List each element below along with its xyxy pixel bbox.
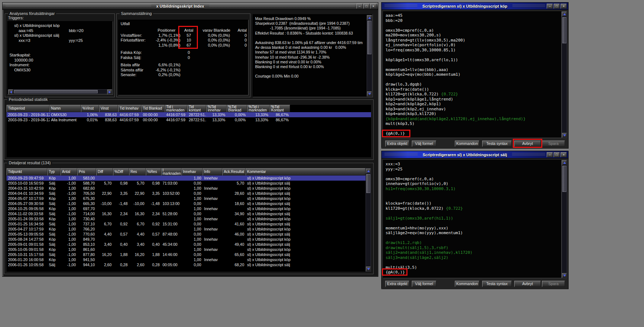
minimize-button[interactable]: –	[547, 152, 553, 157]
scroll-left-button[interactable]	[8, 90, 13, 94]
table-row[interactable]: 2005-08-24 14:27:58Köp1,00849,701,00Inne…	[7, 237, 366, 242]
kommandon-button[interactable]: Kommandon	[455, 281, 479, 287]
minimize-button[interactable]: –	[356, 4, 363, 9]
column-header[interactable]: %Tid innehav	[206, 105, 227, 112]
column-header[interactable]: Vinst	[99, 105, 118, 112]
column-header[interactable]: %Vinst	[81, 105, 99, 112]
scrollbar-track[interactable]	[367, 20, 372, 91]
table-row[interactable]: 2003-09-23 09:47:59Köp1,00583,001,00Inne…	[7, 176, 366, 181]
testa-syntax-button[interactable]: Testa syntax	[482, 281, 512, 287]
table-cell: 1,00	[61, 186, 77, 190]
editor-kop-titlebar[interactable]: Scriptredigeraren sl) x Utbildningsscrip…	[382, 3, 568, 10]
scrollbar-thumb[interactable]	[14, 90, 98, 93]
column-header[interactable]: Tidpunkt	[7, 168, 47, 176]
column-header[interactable]: Tidsperiod	[7, 105, 50, 112]
code-area-salj[interactable]: xxx:=3yyy:=25 omxs30=cmpref(c,0,a)inneha…	[383, 160, 562, 278]
kommandon-button[interactable]: Kommandon	[455, 141, 479, 147]
scroll-down-button[interactable]	[562, 273, 567, 278]
detail-vscrollbar[interactable]	[366, 168, 371, 272]
table-row[interactable]: 2005-09-01 09:01:58Sälj-1,00853,103,400,…	[7, 242, 366, 247]
table-row[interactable]: 2003-09-23 - 2019-06-12Alla Instrument0,…	[7, 117, 371, 122]
table-row[interactable]: 2005-01-25 16:34:58Sälj-1,00737,106,700,…	[7, 221, 366, 226]
avbryt-button[interactable]: Avbryt	[514, 141, 541, 147]
column-header[interactable]: Tid i marknaden	[165, 105, 187, 112]
scroll-down-button[interactable]	[562, 133, 567, 138]
table-row[interactable]: 2004-04-01 10:34:59Sälj-1,00705,5022,903…	[7, 191, 366, 196]
table-cell: 00:05:00	[161, 263, 182, 267]
table-row[interactable]: 2004-05-27 09:30:58Sälj-1,00665,30-10,00…	[7, 201, 366, 206]
table-row[interactable]: 2005-05-13 09:05:58Sälj-1,00770,604,400,…	[7, 232, 366, 237]
main-titlebar[interactable]: x Utbildningsskript Index –□×	[3, 3, 378, 10]
column-header[interactable]: %Res	[146, 168, 161, 176]
column-header[interactable]: %Tid Kontant	[270, 105, 290, 112]
column-header[interactable]: Innehav	[182, 168, 203, 176]
scrollbar-track[interactable]	[562, 165, 567, 273]
close-button[interactable]: ×	[370, 4, 376, 9]
maximize-button[interactable]: □	[554, 152, 560, 157]
info-vscrollbar[interactable]	[367, 15, 372, 96]
scroll-right-button[interactable]	[107, 90, 112, 94]
column-header[interactable]: Kommentar	[246, 168, 366, 176]
table-row[interactable]: 2005-01-24 09:33:58Köp1,00730,401,00Inne…	[7, 216, 366, 221]
column-header[interactable]: Antal	[61, 168, 77, 176]
scrollbar-thumb[interactable]	[367, 21, 371, 54]
table-row[interactable]: 2006-01-26 10:05:58Sälj-1,00944,102,600,…	[7, 262, 366, 267]
scrollbar-thumb[interactable]	[562, 166, 566, 192]
column-header[interactable]: I marknaden	[161, 168, 182, 176]
column-header[interactable]: %Tid Blankad	[227, 105, 247, 112]
close-button[interactable]: ×	[561, 152, 567, 157]
column-header[interactable]: Namn	[50, 105, 81, 112]
column-header[interactable]: Tid Blankad	[141, 105, 165, 112]
minimize-button[interactable]: –	[547, 4, 553, 9]
table-row[interactable]: 2005-10-05 09:01:58Köp1,00861,601,00Inne…	[7, 247, 366, 252]
extra-objekt-button[interactable]: Extra objekt	[385, 141, 409, 147]
scroll-up-button[interactable]	[562, 160, 567, 165]
column-header[interactable]: Res	[129, 168, 146, 176]
table-row[interactable]: 2005-04-27 10:17:59Köp1,00766,201,00Inne…	[7, 226, 366, 232]
column-header[interactable]: Ack.Resultat	[222, 168, 246, 176]
editor-salj-vscrollbar[interactable]	[562, 160, 567, 278]
valj-formel-button[interactable]: Välj formel	[412, 281, 436, 287]
scrollbar-thumb[interactable]	[562, 17, 566, 43]
spara-button[interactable]: Spara	[542, 281, 565, 287]
valj-formel-button[interactable]: Välj formel	[412, 141, 436, 147]
table-row[interactable]: 2003-10-03 16:50:59Sälj-1,00588,705,700,…	[7, 181, 366, 186]
scroll-down-button[interactable]	[366, 267, 371, 271]
scrollbar-thumb[interactable]	[366, 174, 370, 193]
table-row[interactable]: 2004-05-07 10:17:59Köp1,00675,301,00Inne…	[7, 196, 366, 201]
avbryt-button[interactable]: Avbryt	[514, 281, 541, 287]
column-header[interactable]: Tid kontant	[187, 105, 206, 112]
table-row[interactable]: 2003-09-23 - 2019-06-12OMXS301,06%838,63…	[7, 112, 371, 117]
column-header[interactable]: Diff	[96, 168, 113, 176]
column-header[interactable]: Tid Innehav	[118, 105, 141, 112]
triggers-panel[interactable]: sl) x Utbildningsscript köpaaa:=45bbb:=2…	[7, 21, 113, 95]
maximize-button[interactable]: □	[554, 4, 560, 9]
trigger-line: aaa:=45bbb:=20	[8, 28, 113, 34]
testa-syntax-button[interactable]: Testa syntax	[482, 141, 512, 147]
code-area-kop[interactable]: aaa:=45bbb:=20 omxs30=cmpref(c,0,a)ma200…	[383, 11, 562, 138]
scroll-up-button[interactable]	[366, 169, 371, 173]
table-row[interactable]: 2006-01-20 16:00:58Köp1,00941,501,00Inne…	[7, 257, 366, 262]
table-row[interactable]: 2004-03-15 10:42:59Köp1,00682,601,00Inne…	[7, 186, 366, 191]
column-header[interactable]: %Tid i marknaden	[247, 105, 270, 112]
editor-kop-vscrollbar[interactable]	[562, 11, 567, 138]
scrollbar-track[interactable]	[13, 90, 107, 94]
table-row[interactable]: 2005-10-31 15:17:58Sälj-1,00877,8016,201…	[7, 252, 366, 257]
maximize-button[interactable]: □	[363, 4, 370, 9]
column-header[interactable]: %Diff	[113, 168, 129, 176]
scroll-up-button[interactable]	[562, 12, 567, 16]
column-header[interactable]: Info	[203, 168, 222, 176]
column-header[interactable]: Typ	[47, 168, 61, 176]
scroll-up-button[interactable]	[367, 15, 372, 20]
scroll-down-button[interactable]	[367, 91, 372, 96]
table-row[interactable]: 2004-11-02 09:33:58Sälj-1,00714,0016,302…	[7, 211, 366, 216]
editor-salj-titlebar[interactable]: Scriptredigeraren sl) x Utbildningsscrip…	[382, 151, 568, 158]
close-button[interactable]: ×	[561, 4, 567, 9]
scrollbar-track[interactable]	[366, 173, 371, 267]
extra-objekt-button[interactable]: Extra objekt	[385, 281, 409, 287]
spara-button[interactable]: Spara	[542, 141, 565, 147]
scrollbar-track[interactable]	[562, 16, 567, 133]
column-header[interactable]: Pris	[77, 168, 96, 176]
triggers-hscrollbar[interactable]	[8, 89, 112, 94]
table-row[interactable]: 2004-10-25 09:05:58Köp1,00697,701,00Inne…	[7, 206, 366, 211]
